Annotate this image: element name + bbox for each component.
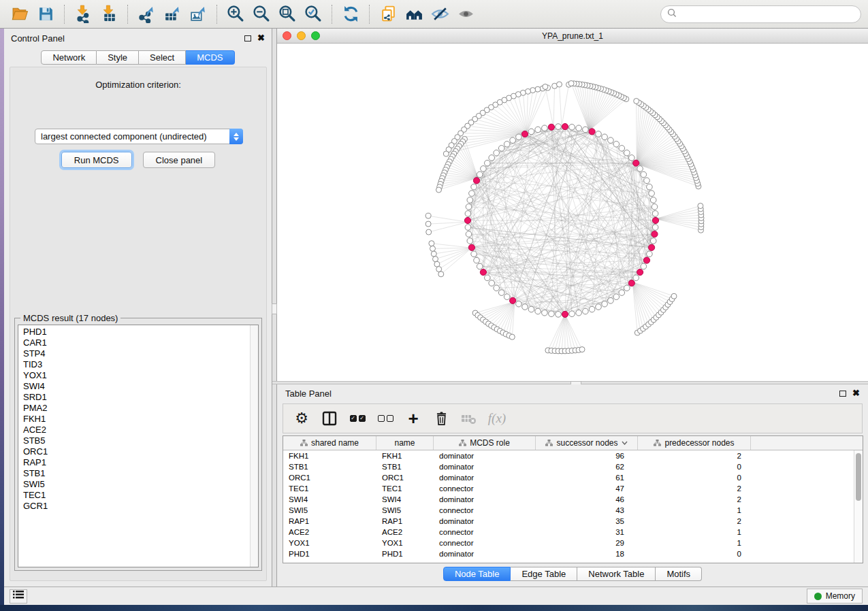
table-row[interactable]: SWI4SWI4dominator462 [283,494,854,505]
mcds-result-item[interactable]: CAR1 [18,337,250,348]
zoom-fit-icon[interactable] [276,4,298,24]
table-cell: 18 [536,548,638,559]
tab-select[interactable]: Select [139,50,186,65]
import-network-icon[interactable] [72,4,94,24]
run-mcds-button[interactable]: Run MCDS [61,152,132,168]
mcds-result-item[interactable]: STB1 [18,468,250,479]
mcds-result-item[interactable]: PMA2 [18,403,250,414]
network-window-title: YPA_prune.txt_1 [277,31,868,41]
column-header-shared-name[interactable]: shared name [283,436,376,450]
table-row[interactable]: FKH1FKH1dominator962 [283,450,854,461]
mcds-result-item[interactable]: SWI4 [18,381,250,392]
mcds-result-item[interactable]: FKH1 [18,414,250,425]
tab-network-table[interactable]: Network Table [577,567,656,581]
tab-edge-table[interactable]: Edge Table [511,567,577,581]
table-cell: STB1 [283,461,376,472]
mcds-result-item[interactable]: RAP1 [18,457,250,468]
table-cell: 1 [638,538,751,548]
network-window-titlebar[interactable]: YPA_prune.txt_1 [277,29,868,44]
mcds-result-item[interactable]: GCR1 [18,501,250,512]
network-graph[interactable] [277,44,868,381]
zoom-out-icon[interactable] [251,4,272,24]
mcds-list-scrollbar[interactable] [250,325,258,567]
table-cell: 43 [536,505,638,516]
refresh-view-icon[interactable] [340,4,361,24]
zoom-in-icon[interactable] [225,4,246,24]
table-row[interactable]: YOX1YOX1connector291 [283,538,854,548]
vertical-splitter-handle[interactable] [272,303,277,314]
mcds-result-item[interactable]: ACE2 [18,425,250,435]
mcds-result-item[interactable]: SWI5 [18,479,250,490]
close-panel-button[interactable]: Close panel [143,152,216,168]
add-column-icon[interactable]: + [404,410,422,427]
table-cell: 1 [638,527,751,538]
table-cell: dominator [434,516,536,527]
split-panel-icon[interactable] [321,410,338,427]
desktop-wallpaper-bottom [0,605,868,611]
export-network-icon[interactable] [135,4,157,24]
tab-style[interactable]: Style [97,50,139,65]
tab-node-table[interactable]: Node Table [443,567,511,581]
close-panel-icon[interactable]: ✖ [257,35,265,42]
table-close-panel-icon[interactable]: ✖ [852,390,860,397]
mcds-result-item[interactable]: ORC1 [18,446,250,457]
table-row[interactable]: RAP1RAP1dominator352 [283,516,854,527]
table-float-panel-icon[interactable] [839,391,846,397]
zoom-selected-icon[interactable] [302,4,324,24]
open-session-icon[interactable] [9,4,31,24]
tab-mcds[interactable]: MCDS [186,50,234,65]
show-panels-button[interactable] [10,589,27,604]
mcds-result-item[interactable]: TID3 [18,359,250,370]
list-icon [13,590,24,602]
show-all-icon[interactable] [455,4,477,24]
mcds-result-item[interactable]: STB5 [18,435,250,446]
column-header-successor-nodes[interactable]: successor nodes [536,436,638,450]
toolbar-separator [64,5,65,24]
select-all-icon[interactable]: ✓✓ [349,410,366,427]
table-scrollbar-thumb[interactable] [856,453,861,501]
table-row[interactable]: SWI5SWI5connector431 [283,505,854,516]
search-input[interactable] [681,10,861,19]
search-box[interactable] [660,5,861,23]
first-neighbors-icon[interactable] [403,4,425,24]
toolbar-separator [369,5,370,24]
deselect-all-icon[interactable] [376,410,394,427]
mcds-result-item[interactable]: PHD1 [18,327,250,337]
table-cell: SWI4 [283,494,376,505]
table-row[interactable]: ACE2ACE2connector311 [283,527,854,538]
table-row[interactable]: PHD1PHD1dominator180 [283,548,854,559]
delete-column-icon[interactable] [432,410,450,427]
tab-motifs[interactable]: Motifs [656,567,702,581]
mcds-result-item[interactable]: STP4 [18,348,250,359]
table-row[interactable]: ORC1ORC1dominator610 [283,472,854,483]
float-panel-icon[interactable] [244,35,251,42]
network-canvas[interactable] [277,44,868,381]
table-settings-icon[interactable]: ⚙ [293,410,310,427]
criterion-dropdown[interactable]: largest connected component (undirected) [35,129,243,144]
copy-network-icon[interactable] [377,4,399,24]
column-header-MCDS-role[interactable]: MCDS role [434,436,536,450]
table-row[interactable]: TEC1TEC1connector472 [283,483,854,494]
table-scrollbar[interactable] [854,450,863,563]
mcds-result-item[interactable]: TEC1 [18,490,250,501]
save-session-icon[interactable] [35,4,57,24]
memory-button[interactable]: Memory [807,589,863,604]
mcds-result-list[interactable]: PHD1CAR1STP4TID3YOX1SWI4SRD1PMA2FKH1ACE2… [18,325,259,567]
export-image-icon[interactable] [187,4,209,24]
export-table-icon[interactable] [161,4,183,24]
toolbar-separator [332,5,332,24]
import-table-icon[interactable] [98,4,120,24]
main-toolbar [0,0,868,29]
mcds-result-item[interactable]: YOX1 [18,370,250,381]
table-cell: PHD1 [283,548,376,559]
tab-network[interactable]: Network [41,50,97,65]
mcds-result-item[interactable]: SRD1 [18,392,250,403]
column-header-predecessor-nodes[interactable]: predecessor nodes [638,436,751,450]
column-header-name[interactable]: name [376,436,434,450]
table-row[interactable]: STB1STB1dominator620 [283,461,854,472]
vertical-splitter[interactable] [272,29,277,587]
hide-selected-icon[interactable] [429,4,451,24]
table-cell: 96 [536,450,638,461]
table-cell: 62 [536,461,638,472]
table-cell: dominator [434,494,536,505]
